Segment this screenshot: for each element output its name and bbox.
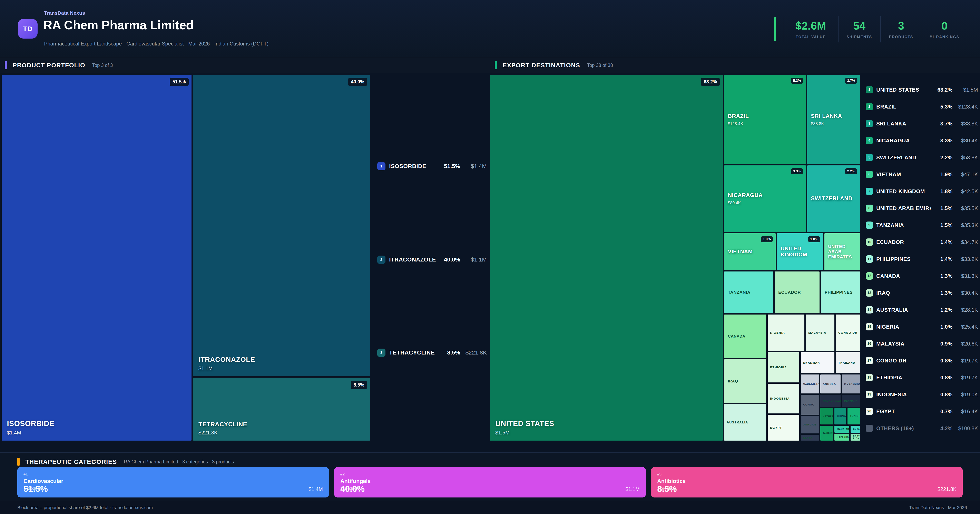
cell-angola[interactable]: ANGOLA (820, 374, 840, 393)
list-row-canada[interactable]: 12CANADA1.3%$31.3K (865, 270, 978, 282)
cell-value: $221.8K (199, 430, 370, 436)
list-value: $34.7K (953, 239, 978, 245)
list-row-united-arab-emirates[interactable]: 8UNITED ARAB EMIRATES1.5%$35.5K (865, 202, 978, 214)
cell-label: ANGOLA (820, 382, 840, 386)
cell-name: TUNISIA (850, 415, 858, 418)
rank-badge: 20 (865, 408, 873, 415)
cell-tunisia[interactable]: TUNISIA (848, 408, 860, 424)
cell-tajikistan[interactable]: TAJIKISTAN (820, 426, 833, 441)
cell-tanzania[interactable]: TANZANIA (724, 271, 773, 313)
list-value: $47.1K (953, 171, 978, 178)
list-row-tanzania[interactable]: 9TANZANIA1.5%$35.3K (865, 219, 978, 231)
cell-congo-dr[interactable]: CONGO DR (836, 314, 860, 351)
list-row-nigeria[interactable]: 15NIGERIA1.0%$25.4K (865, 320, 978, 333)
list-row-ecuador[interactable]: 10ECUADOR1.4%$34.7K (865, 236, 978, 248)
cell-madagascar[interactable]: MADAGASCAR (820, 395, 840, 407)
category-card-antifungals[interactable]: #2Antifungals1 products40.0%$1.1M (334, 467, 646, 498)
cell-guyana[interactable]: GUYANA (851, 426, 860, 433)
list-pct: 0.8% (931, 374, 953, 381)
list-row-nicaragua[interactable]: 4NICARAGUA3.3%$80.4K (865, 135, 978, 147)
list-pct: 1.2% (931, 307, 953, 313)
category-card-antibiotics[interactable]: #3Antibiotics1 products8.5%$221.8K (651, 467, 963, 498)
cell-kazakhstan[interactable]: KAZAKHSTAN (834, 434, 850, 441)
list-row-united-kingdom[interactable]: 7UNITED KINGDOM1.8%$42.5K (865, 185, 978, 197)
category-card-cardiovascular[interactable]: #1Cardiovascular1 products51.5%$1.4M (18, 467, 329, 498)
cell-thailand[interactable]: THAILAND (836, 352, 860, 373)
list-row-united-states[interactable]: 1UNITED STATES63.2%$1.5M (865, 84, 978, 96)
cell-nicaragua[interactable]: 3.3%NICARAGUA$80.4K (724, 165, 806, 232)
list-row-sri-lanka[interactable]: 3SRI LANKA3.7%$88.8K (865, 117, 978, 130)
cell-congo[interactable]: CONGO (801, 395, 819, 415)
cell-ecuador[interactable]: ECUADOR (775, 271, 819, 313)
cell-vietnam[interactable]: 1.9%VIETNAM (724, 233, 776, 270)
list-row-itraconazole[interactable]: 2ITRACONAZOLE40.0%$1.1M (377, 253, 487, 266)
category-rank: #3 (657, 472, 956, 476)
cell-iraq[interactable]: IRAQ (724, 359, 766, 403)
list-row-malaysia[interactable]: 16MALAYSIA0.9%$20.6K (865, 338, 978, 350)
cell-malaysia[interactable]: MALAYSIA (806, 314, 834, 351)
list-row-ethiopia[interactable]: 18ETHIOPIA0.8%$19.7K (865, 371, 978, 384)
cell-australia[interactable]: AUSTRALIA (724, 404, 766, 441)
rank-badge: 9 (865, 222, 873, 229)
list-row-australia[interactable]: 14AUSTRALIA1.2%$28.1K (865, 304, 978, 316)
category-pct: 8.5% (657, 484, 677, 494)
list-pct: 0.9% (931, 341, 953, 347)
export-destinations-header: EXPORT DESTINATIONS Top 38 of 38 (495, 57, 613, 73)
list-value: $31.3K (953, 273, 978, 279)
list-pct: 1.4% (931, 239, 953, 245)
cell-ethiopia[interactable]: ETHIOPIA (768, 352, 799, 382)
list-value: $20.6K (953, 341, 978, 347)
list-name: CANADA (876, 273, 931, 279)
list-value: $80.4K (953, 138, 978, 144)
cell-pct-badge: 8.5% (351, 381, 367, 389)
cell-uzbekistan[interactable]: UZBEKISTAN (801, 374, 819, 393)
cell-isosorbide[interactable]: 51.5%ISOSORBIDE$1.4M (2, 75, 191, 441)
cell-switzerland[interactable]: 2.2%SWITZERLAND (807, 165, 860, 232)
cell-itraconazole[interactable]: 40.0%ITRACONAZOLE$1.1M (193, 75, 370, 376)
list-row-brazil[interactable]: 2BRAZIL5.3%$128.4K (865, 100, 978, 113)
cell-mozambique[interactable]: MOZAMBIQUE (842, 374, 860, 393)
cell-kenya[interactable]: KENYA (801, 435, 819, 441)
list-value: $35.5K (953, 205, 978, 211)
cell-united-kingdom[interactable]: 1.8%UNITED KINGDOM (777, 233, 823, 270)
list-row-indonesia[interactable]: 19INDONESIA0.8%$19.0K (865, 389, 978, 401)
cell-costa-rica[interactable]: COSTA RICA (851, 434, 860, 441)
list-row-switzerland[interactable]: 5SWITZERLAND2.2%$53.8K (865, 151, 978, 163)
cell-mauritius[interactable]: MAURITIUS (834, 426, 850, 433)
cell-egypt[interactable]: EGYPT (768, 415, 799, 441)
list-row-philippines[interactable]: 11PHILIPPINES1.4%$33.2K (865, 253, 978, 265)
cell-label: VIETNAM (724, 249, 776, 255)
cell-name: ANGOLA (823, 382, 839, 386)
rank-badge: 4 (865, 137, 873, 144)
product-portfolio-header: PRODUCT PORTFOLIO Top 3 of 3 (5, 57, 113, 73)
list-pct: 40.0% (436, 256, 460, 263)
cell-netherlands[interactable]: NETHERLANDS (820, 408, 833, 424)
cell-name: MADAGASCAR (823, 400, 839, 402)
cell-brazil[interactable]: 5.3%BRAZIL$128.4K (724, 75, 806, 164)
list-row-isosorbide[interactable]: 1ISOSORBIDE51.5%$1.4M (377, 160, 487, 173)
cell-name: AUSTRALIA (727, 420, 765, 424)
cell-china[interactable]: CHINA (834, 408, 846, 424)
cell-indonesia[interactable]: INDONESIA (768, 384, 799, 414)
cell-philippines[interactable]: PHILIPPINES (821, 271, 860, 313)
cell-canada[interactable]: CANADA (724, 314, 766, 358)
list-row-congo-dr[interactable]: 17CONGO DR0.8%$19.7K (865, 354, 978, 367)
list-row-vietnam[interactable]: 6VIETNAM1.9%$47.1K (865, 168, 978, 181)
stat-value: 3 (898, 19, 904, 32)
cell-label: NICARAGUA$80.4K (724, 192, 806, 205)
list-row-others-18[interactable]: OTHERS (18+)4.2%$100.8K (865, 422, 978, 435)
list-row-iraq[interactable]: 13IRAQ1.3%$30.4K (865, 287, 978, 299)
category-value: $1.1M (625, 486, 640, 492)
cell-tetracycline[interactable]: 8.5%TETRACYCLINE$221.8K (193, 378, 370, 441)
cell-denmark[interactable]: DENMARK (842, 395, 860, 407)
cell-myanmar[interactable]: MYANMAR (801, 352, 834, 373)
list-row-egypt[interactable]: 20EGYPT0.7%$16.4K (865, 405, 978, 417)
cell-united-states[interactable]: 63.2%UNITED STATES$1.5M (490, 75, 723, 441)
top-bar: TD TransData Nexus RA Chem Pharma Limite… (0, 0, 980, 57)
cell-jordan[interactable]: JORDAN (801, 416, 819, 433)
cell-sri-lanka[interactable]: 3.7%SRI LANKA$88.8K (807, 75, 860, 164)
cell-nigeria[interactable]: NIGERIA (768, 314, 804, 351)
cell-united-arab-emirates[interactable]: UNITED ARAB EMIRATES (824, 233, 860, 270)
rank-badge: 12 (865, 272, 873, 280)
list-row-tetracycline[interactable]: 3TETRACYCLINE8.5%$221.8K (377, 346, 487, 359)
